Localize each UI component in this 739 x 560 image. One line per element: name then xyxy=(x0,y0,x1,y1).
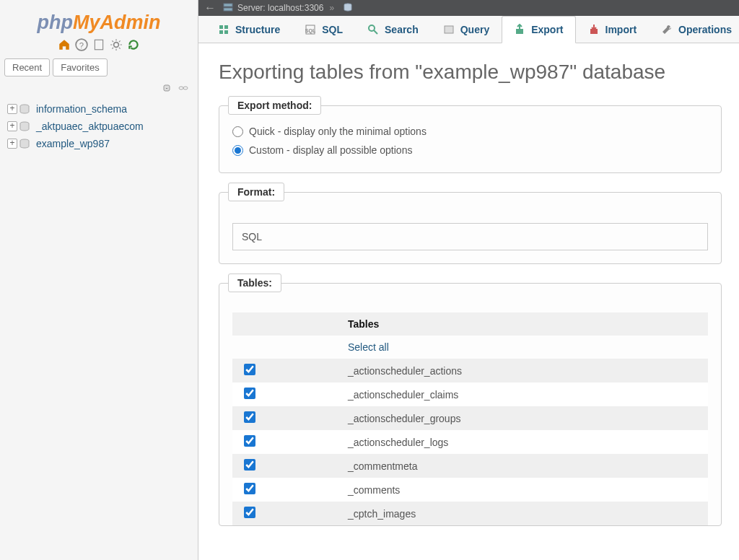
svg-rect-15 xyxy=(224,25,228,29)
sidebar: phpMyAdmin ? Recent Favorites - + inform… xyxy=(0,0,198,560)
table-checkbox[interactable] xyxy=(244,388,255,399)
table-row: _actionscheduler_groups xyxy=(232,406,708,430)
page-title: Exporting tables from "example_wp987" da… xyxy=(219,61,722,84)
tab-label: Structure xyxy=(235,24,280,35)
expand-icon[interactable]: + xyxy=(7,104,17,114)
svg-rect-12 xyxy=(224,8,232,11)
table-name: _cptch_images xyxy=(348,503,708,525)
table-name: _actionscheduler_logs xyxy=(348,432,708,453)
tab-label: Query xyxy=(460,24,489,35)
main-panel: ← Server: localhost:3306 » Structure SQL… xyxy=(198,0,739,560)
db-name: _aktpuaec_aktpuaecom xyxy=(36,121,144,132)
collapse-row: - xyxy=(4,81,193,100)
table-name: _comments xyxy=(348,479,708,501)
format-fieldset: Format: SQL xyxy=(219,192,722,264)
select-all-link[interactable]: Select all xyxy=(348,336,708,359)
table-row: _commentmeta xyxy=(232,454,708,478)
breadcrumb-bar: ← Server: localhost:3306 » xyxy=(198,0,739,16)
doc-icon[interactable] xyxy=(92,38,105,51)
tab-label: Search xyxy=(385,24,419,35)
db-item[interactable]: + example_wp987 xyxy=(4,135,193,152)
svg-text:-: - xyxy=(166,84,168,92)
sidebar-tab-favorites[interactable]: Favorites xyxy=(53,58,107,76)
import-icon xyxy=(588,24,600,35)
svg-text:SQL: SQL xyxy=(305,28,316,34)
tab-export[interactable]: Export xyxy=(502,16,575,43)
format-select[interactable]: SQL xyxy=(232,223,708,250)
logo: phpMyAdmin xyxy=(4,12,193,34)
expand-icon[interactable]: + xyxy=(7,121,17,131)
tables-fieldset: Tables: Tables Select all _actionschedul… xyxy=(219,283,722,526)
database-tree: + information_schema + _aktpuaec_aktpuae… xyxy=(4,100,193,152)
table-checkbox[interactable] xyxy=(244,459,255,471)
sidebar-tabs: Recent Favorites xyxy=(4,58,193,76)
table-checkbox[interactable] xyxy=(244,364,255,375)
gear-icon[interactable] xyxy=(110,38,123,51)
radio-custom-input[interactable] xyxy=(232,145,243,156)
format-legend: Format: xyxy=(228,183,284,201)
radio-quick-label: Quick - display only the minimal options xyxy=(249,126,427,137)
table-name: _commentmeta xyxy=(348,455,708,477)
svg-rect-2 xyxy=(95,40,102,50)
table-rows-container: _actionscheduler_actions_actionscheduler… xyxy=(232,359,708,525)
svg-rect-11 xyxy=(224,4,232,6)
tab-label: Export xyxy=(531,24,563,35)
table-checkbox[interactable] xyxy=(244,411,255,423)
collapse-icon[interactable]: - xyxy=(163,84,175,92)
tab-query[interactable]: Query xyxy=(431,16,502,43)
table-name: _actionscheduler_actions xyxy=(348,360,708,382)
svg-rect-23 xyxy=(516,29,523,34)
tab-label: Operations xyxy=(678,24,732,35)
table-name: _actionscheduler_claims xyxy=(348,384,708,406)
svg-rect-22 xyxy=(445,26,453,33)
export-icon xyxy=(514,24,525,35)
server-label[interactable]: Server: localhost:3306 xyxy=(237,3,323,13)
svg-rect-16 xyxy=(219,30,223,34)
radio-custom[interactable]: Custom - display all possible options xyxy=(232,141,708,159)
database-icon xyxy=(19,104,32,114)
svg-rect-17 xyxy=(224,30,228,34)
table-checkbox[interactable] xyxy=(244,435,255,447)
tables-grid: Tables Select all _actionscheduler_actio… xyxy=(232,312,708,525)
expand-icon[interactable]: + xyxy=(7,139,17,149)
table-checkbox[interactable] xyxy=(244,507,255,518)
export-method-fieldset: Export method: Quick - display only the … xyxy=(219,105,722,173)
table-checkbox[interactable] xyxy=(244,483,255,494)
svg-point-7 xyxy=(183,87,188,89)
logo-php: php xyxy=(38,12,73,33)
tab-structure[interactable]: Structure xyxy=(206,16,292,43)
tab-operations[interactable]: Operations xyxy=(649,16,739,43)
query-icon xyxy=(443,24,455,35)
tab-label: SQL xyxy=(322,24,343,35)
radio-quick-input[interactable] xyxy=(232,126,243,137)
radio-quick[interactable]: Quick - display only the minimal options xyxy=(232,122,708,141)
sidebar-tab-recent[interactable]: Recent xyxy=(4,58,50,76)
db-item[interactable]: + _aktpuaec_aktpuaecom xyxy=(4,118,193,135)
tab-label: Import xyxy=(605,24,637,35)
reload-icon[interactable] xyxy=(127,38,140,51)
db-item[interactable]: + information_schema xyxy=(4,100,193,118)
tables-legend: Tables: xyxy=(228,274,281,292)
svg-text:?: ? xyxy=(79,41,84,50)
chevron-icon: » xyxy=(329,3,334,13)
table-row: _comments xyxy=(232,478,708,502)
svg-line-21 xyxy=(374,30,377,34)
radio-custom-label: Custom - display all possible options xyxy=(249,144,412,156)
svg-point-3 xyxy=(114,43,119,48)
tables-selectall-row: Select all xyxy=(232,336,708,359)
db-name: information_schema xyxy=(36,103,127,115)
content-area: Exporting tables from "example_wp987" da… xyxy=(198,43,739,560)
database-icon[interactable] xyxy=(343,3,353,14)
tab-sql[interactable]: SQL SQL xyxy=(292,16,355,43)
tab-import[interactable]: Import xyxy=(576,16,650,43)
table-row: _cptch_images xyxy=(232,502,708,525)
link-icon[interactable] xyxy=(178,84,189,92)
help-icon[interactable]: ? xyxy=(75,38,88,51)
tab-search[interactable]: Search xyxy=(355,16,431,43)
home-icon[interactable] xyxy=(58,38,71,51)
table-row: _actionscheduler_actions xyxy=(232,359,708,382)
server-icon xyxy=(223,2,233,14)
tables-header-label: Tables xyxy=(348,312,708,336)
back-arrow-icon[interactable]: ← xyxy=(204,1,216,14)
db-name: example_wp987 xyxy=(36,138,110,149)
